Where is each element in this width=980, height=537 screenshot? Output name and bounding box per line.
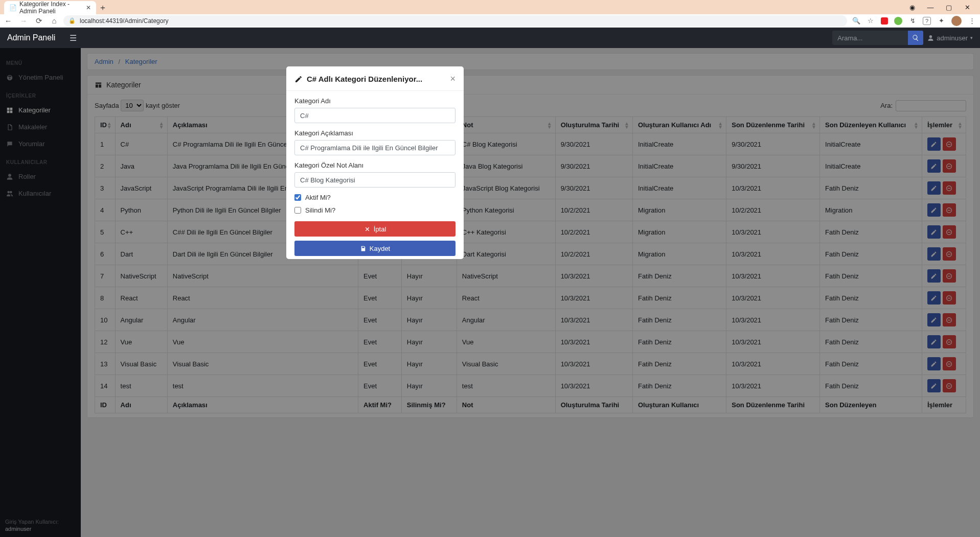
- url-text: localhost:44319/Admin/Category: [80, 17, 168, 25]
- browser-tab[interactable]: 📄 Kategoriler Index - Admin Paneli ✕: [4, 1, 96, 14]
- user-dropdown[interactable]: adminuser ▾: [927, 34, 973, 42]
- zoom-icon[interactable]: 🔍: [852, 17, 860, 25]
- label-active: Aktif Mi?: [305, 194, 331, 201]
- kebab-menu-icon[interactable]: ⋮: [968, 17, 976, 25]
- tab-title: Kategoriler Index - Admin Paneli: [19, 1, 83, 15]
- close-window-icon[interactable]: ✕: [962, 4, 973, 11]
- label-deleted: Silindi Mi?: [305, 206, 335, 214]
- identity-icon[interactable]: ◉: [906, 4, 918, 11]
- label-category-name: Kategori Adı: [294, 97, 455, 105]
- topbar: Admin Paneli ☰ adminuser ▾: [0, 28, 980, 48]
- checkbox-active[interactable]: [294, 194, 301, 201]
- lock-icon: 🔒: [69, 17, 76, 24]
- window-controls: ◉ — ▢ ✕: [901, 0, 978, 14]
- app-root: Admin Paneli ☰ adminuser ▾ MENÜ Yönetim …: [0, 28, 980, 537]
- modal-title: C# Adlı Kategori Düzenleniyor...: [294, 75, 422, 83]
- tab-close-icon[interactable]: ✕: [86, 4, 91, 11]
- home-icon[interactable]: ⌂: [50, 16, 58, 25]
- search-button[interactable]: [908, 31, 923, 45]
- forward-icon[interactable]: →: [19, 16, 28, 25]
- user-icon: [927, 35, 934, 41]
- modal-backdrop[interactable]: [0, 48, 980, 537]
- edit-category-modal: C# Adlı Kategori Düzenleniyor... × Kateg…: [286, 66, 464, 259]
- help-icon[interactable]: ?: [923, 17, 931, 25]
- browser-chrome: 📄 Kategoriler Index - Admin Paneli ✕ ＋ ◉…: [0, 0, 980, 28]
- chevron-down-icon: ▾: [970, 35, 973, 40]
- reload-icon[interactable]: ⟳: [35, 16, 43, 26]
- extensions-icon[interactable]: ✦: [937, 17, 945, 25]
- extension-red-icon[interactable]: [881, 17, 888, 25]
- maximize-icon[interactable]: ▢: [943, 4, 954, 11]
- star-icon[interactable]: ☆: [867, 17, 875, 25]
- input-category-name[interactable]: [294, 108, 455, 123]
- edit-icon: [294, 75, 303, 83]
- close-icon: [364, 226, 371, 232]
- input-category-desc[interactable]: [294, 140, 455, 155]
- save-icon: [360, 245, 367, 252]
- username: adminuser: [937, 34, 968, 42]
- global-search: [832, 31, 923, 45]
- menu-toggle-icon[interactable]: ☰: [70, 33, 77, 43]
- favicon-icon: 📄: [9, 4, 16, 11]
- input-category-note[interactable]: [294, 172, 455, 188]
- address-bar[interactable]: 🔒 localhost:44319/Admin/Category: [63, 15, 847, 27]
- brand: Admin Paneli: [7, 33, 55, 42]
- search-input[interactable]: [832, 31, 908, 45]
- cancel-button[interactable]: İptal: [294, 221, 455, 237]
- extension-green-icon[interactable]: [894, 17, 902, 25]
- save-button[interactable]: Kaydet: [294, 241, 455, 256]
- label-category-desc: Kategori Açıklaması: [294, 129, 455, 137]
- checkbox-deleted[interactable]: [294, 207, 301, 214]
- label-category-note: Kategori Özel Not Alanı: [294, 161, 455, 169]
- extension-arrow-icon[interactable]: ↯: [908, 17, 917, 25]
- search-icon: [912, 34, 919, 41]
- back-icon[interactable]: ←: [4, 16, 12, 25]
- new-tab-button[interactable]: ＋: [96, 1, 109, 14]
- minimize-icon[interactable]: —: [925, 4, 936, 11]
- modal-close-button[interactable]: ×: [450, 74, 455, 84]
- profile-avatar-icon[interactable]: [951, 16, 962, 26]
